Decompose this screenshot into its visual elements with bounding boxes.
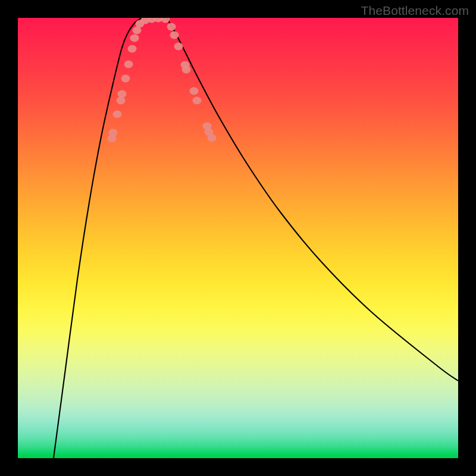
data-marker: [170, 32, 179, 39]
data-marker: [190, 87, 199, 95]
data-marker: [128, 45, 137, 53]
plot-area: [18, 18, 458, 458]
data-marker: [182, 66, 191, 74]
left-markers-group: [108, 18, 170, 143]
data-marker: [130, 35, 139, 42]
right-curve-line: [167, 18, 458, 381]
chart-svg: [18, 18, 458, 458]
watermark-text: TheBottleneck.com: [361, 4, 469, 18]
data-marker: [118, 90, 127, 98]
data-marker: [174, 43, 183, 51]
data-marker: [109, 129, 118, 137]
data-marker: [167, 23, 176, 31]
right-markers-group: [167, 23, 217, 142]
data-marker: [113, 111, 122, 118]
data-marker: [117, 97, 126, 105]
data-marker: [208, 134, 217, 142]
data-marker: [161, 18, 170, 23]
chart-frame: TheBottleneck.com: [0, 0, 476, 476]
left-curve-line: [54, 18, 143, 458]
data-marker: [124, 61, 133, 68]
data-marker: [121, 75, 130, 83]
data-marker: [193, 97, 202, 105]
